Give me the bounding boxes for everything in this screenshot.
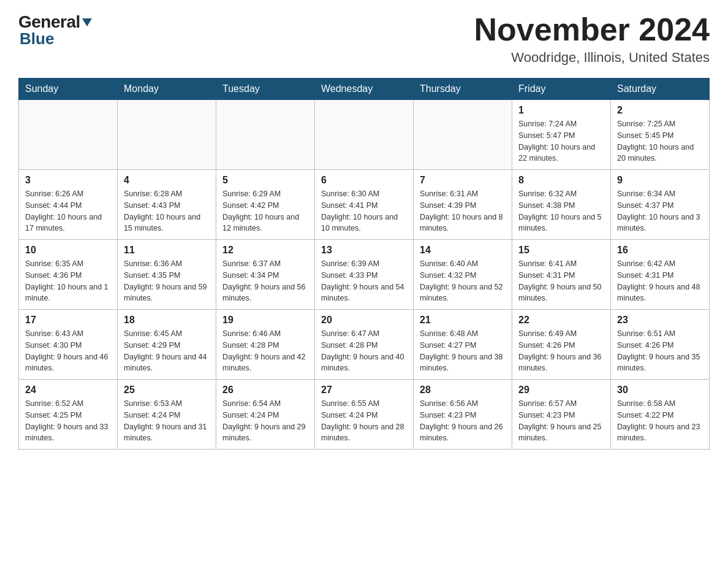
day-info: Sunrise: 6:43 AM Sunset: 4:30 PM Dayligh… xyxy=(25,328,111,374)
day-number: 26 xyxy=(222,385,308,396)
day-number: 17 xyxy=(25,315,111,326)
calendar-day-cell xyxy=(216,100,315,170)
day-info: Sunrise: 6:26 AM Sunset: 4:44 PM Dayligh… xyxy=(25,188,111,234)
calendar-day-cell xyxy=(414,100,512,170)
calendar-day-cell: 21Sunrise: 6:48 AM Sunset: 4:27 PM Dayli… xyxy=(414,310,512,380)
svg-marker-0 xyxy=(82,18,92,26)
day-number: 29 xyxy=(518,385,604,396)
calendar-day-cell: 16Sunrise: 6:42 AM Sunset: 4:31 PM Dayli… xyxy=(611,240,710,310)
day-info: Sunrise: 6:35 AM Sunset: 4:36 PM Dayligh… xyxy=(25,258,111,304)
day-number: 15 xyxy=(518,245,604,256)
calendar-week-row: 3Sunrise: 6:26 AM Sunset: 4:44 PM Daylig… xyxy=(19,170,710,240)
calendar-day-cell: 14Sunrise: 6:40 AM Sunset: 4:32 PM Dayli… xyxy=(414,240,512,310)
day-info: Sunrise: 6:54 AM Sunset: 4:24 PM Dayligh… xyxy=(222,398,308,444)
day-number: 23 xyxy=(617,315,703,326)
calendar-day-cell: 2Sunrise: 7:25 AM Sunset: 5:45 PM Daylig… xyxy=(611,100,710,170)
day-of-week-header: Thursday xyxy=(414,79,512,100)
day-number: 8 xyxy=(518,175,604,186)
day-info: Sunrise: 6:29 AM Sunset: 4:42 PM Dayligh… xyxy=(222,188,308,234)
day-number: 2 xyxy=(617,105,703,116)
day-info: Sunrise: 6:30 AM Sunset: 4:41 PM Dayligh… xyxy=(321,188,407,234)
calendar-day-cell: 9Sunrise: 6:34 AM Sunset: 4:37 PM Daylig… xyxy=(611,170,710,240)
calendar-day-cell: 17Sunrise: 6:43 AM Sunset: 4:30 PM Dayli… xyxy=(19,310,118,380)
day-number: 27 xyxy=(321,385,407,396)
day-info: Sunrise: 6:46 AM Sunset: 4:28 PM Dayligh… xyxy=(222,328,308,374)
day-info: Sunrise: 6:57 AM Sunset: 4:23 PM Dayligh… xyxy=(518,398,604,444)
day-number: 30 xyxy=(617,385,703,396)
day-number: 5 xyxy=(222,175,308,186)
calendar-day-cell: 11Sunrise: 6:36 AM Sunset: 4:35 PM Dayli… xyxy=(118,240,216,310)
calendar-day-cell: 28Sunrise: 6:56 AM Sunset: 4:23 PM Dayli… xyxy=(414,380,512,450)
calendar-day-cell: 12Sunrise: 6:37 AM Sunset: 4:34 PM Dayli… xyxy=(216,240,315,310)
day-number: 21 xyxy=(420,315,506,326)
day-number: 13 xyxy=(321,245,407,256)
day-info: Sunrise: 6:39 AM Sunset: 4:33 PM Dayligh… xyxy=(321,258,407,304)
calendar-day-cell: 13Sunrise: 6:39 AM Sunset: 4:33 PM Dayli… xyxy=(315,240,414,310)
day-of-week-header: Saturday xyxy=(611,79,710,100)
day-number: 9 xyxy=(617,175,703,186)
day-of-week-header: Friday xyxy=(512,79,611,100)
location-title: Woodridge, Illinois, United States xyxy=(474,50,710,66)
calendar-day-cell xyxy=(19,100,118,170)
day-number: 10 xyxy=(25,245,111,256)
day-number: 19 xyxy=(222,315,308,326)
day-number: 1 xyxy=(518,105,604,116)
day-info: Sunrise: 6:36 AM Sunset: 4:35 PM Dayligh… xyxy=(124,258,210,304)
calendar-day-cell: 27Sunrise: 6:55 AM Sunset: 4:24 PM Dayli… xyxy=(315,380,414,450)
calendar-day-cell: 8Sunrise: 6:32 AM Sunset: 4:38 PM Daylig… xyxy=(512,170,611,240)
day-info: Sunrise: 6:58 AM Sunset: 4:22 PM Dayligh… xyxy=(617,398,703,444)
day-number: 12 xyxy=(222,245,308,256)
day-of-week-header: Wednesday xyxy=(315,79,414,100)
calendar-week-row: 24Sunrise: 6:52 AM Sunset: 4:25 PM Dayli… xyxy=(19,380,710,450)
calendar-day-cell: 29Sunrise: 6:57 AM Sunset: 4:23 PM Dayli… xyxy=(512,380,611,450)
calendar-day-cell: 26Sunrise: 6:54 AM Sunset: 4:24 PM Dayli… xyxy=(216,380,315,450)
day-info: Sunrise: 6:31 AM Sunset: 4:39 PM Dayligh… xyxy=(420,188,506,234)
calendar-day-cell: 20Sunrise: 6:47 AM Sunset: 4:28 PM Dayli… xyxy=(315,310,414,380)
day-number: 24 xyxy=(25,385,111,396)
calendar-day-cell: 3Sunrise: 6:26 AM Sunset: 4:44 PM Daylig… xyxy=(19,170,118,240)
calendar-day-cell: 5Sunrise: 6:29 AM Sunset: 4:42 PM Daylig… xyxy=(216,170,315,240)
logo: General Blue xyxy=(18,12,94,48)
day-number: 18 xyxy=(124,315,210,326)
day-info: Sunrise: 6:40 AM Sunset: 4:32 PM Dayligh… xyxy=(420,258,506,304)
day-number: 3 xyxy=(25,175,111,186)
day-number: 7 xyxy=(420,175,506,186)
day-info: Sunrise: 6:52 AM Sunset: 4:25 PM Dayligh… xyxy=(25,398,111,444)
day-info: Sunrise: 6:47 AM Sunset: 4:28 PM Dayligh… xyxy=(321,328,407,374)
calendar-week-row: 1Sunrise: 7:24 AM Sunset: 5:47 PM Daylig… xyxy=(19,100,710,170)
logo-arrow-icon xyxy=(81,16,93,28)
day-number: 20 xyxy=(321,315,407,326)
logo-blue-text: Blue xyxy=(20,29,94,48)
calendar-day-cell: 18Sunrise: 6:45 AM Sunset: 4:29 PM Dayli… xyxy=(118,310,216,380)
day-number: 25 xyxy=(124,385,210,396)
day-number: 11 xyxy=(124,245,210,256)
day-info: Sunrise: 6:41 AM Sunset: 4:31 PM Dayligh… xyxy=(518,258,604,304)
day-number: 6 xyxy=(321,175,407,186)
day-number: 16 xyxy=(617,245,703,256)
day-of-week-header: Monday xyxy=(118,79,216,100)
day-info: Sunrise: 6:32 AM Sunset: 4:38 PM Dayligh… xyxy=(518,188,604,234)
day-info: Sunrise: 6:53 AM Sunset: 4:24 PM Dayligh… xyxy=(124,398,210,444)
calendar-day-cell: 15Sunrise: 6:41 AM Sunset: 4:31 PM Dayli… xyxy=(512,240,611,310)
day-number: 14 xyxy=(420,245,506,256)
title-area: November 2024 Woodridge, Illinois, Unite… xyxy=(474,12,710,66)
calendar-day-cell: 30Sunrise: 6:58 AM Sunset: 4:22 PM Dayli… xyxy=(611,380,710,450)
day-info: Sunrise: 6:34 AM Sunset: 4:37 PM Dayligh… xyxy=(617,188,703,234)
day-info: Sunrise: 6:48 AM Sunset: 4:27 PM Dayligh… xyxy=(420,328,506,374)
calendar-day-cell xyxy=(118,100,216,170)
calendar-day-cell: 7Sunrise: 6:31 AM Sunset: 4:39 PM Daylig… xyxy=(414,170,512,240)
day-info: Sunrise: 6:28 AM Sunset: 4:43 PM Dayligh… xyxy=(124,188,210,234)
day-info: Sunrise: 6:55 AM Sunset: 4:24 PM Dayligh… xyxy=(321,398,407,444)
calendar-day-cell: 6Sunrise: 6:30 AM Sunset: 4:41 PM Daylig… xyxy=(315,170,414,240)
calendar-day-cell: 24Sunrise: 6:52 AM Sunset: 4:25 PM Dayli… xyxy=(19,380,118,450)
day-info: Sunrise: 6:37 AM Sunset: 4:34 PM Dayligh… xyxy=(222,258,308,304)
calendar-day-cell: 23Sunrise: 6:51 AM Sunset: 4:26 PM Dayli… xyxy=(611,310,710,380)
day-info: Sunrise: 7:24 AM Sunset: 5:47 PM Dayligh… xyxy=(518,118,604,164)
day-info: Sunrise: 6:42 AM Sunset: 4:31 PM Dayligh… xyxy=(617,258,703,304)
calendar-week-row: 17Sunrise: 6:43 AM Sunset: 4:30 PM Dayli… xyxy=(19,310,710,380)
month-year-title: November 2024 xyxy=(474,12,710,47)
calendar-day-cell: 4Sunrise: 6:28 AM Sunset: 4:43 PM Daylig… xyxy=(118,170,216,240)
day-info: Sunrise: 7:25 AM Sunset: 5:45 PM Dayligh… xyxy=(617,118,703,164)
day-number: 28 xyxy=(420,385,506,396)
calendar-week-row: 10Sunrise: 6:35 AM Sunset: 4:36 PM Dayli… xyxy=(19,240,710,310)
